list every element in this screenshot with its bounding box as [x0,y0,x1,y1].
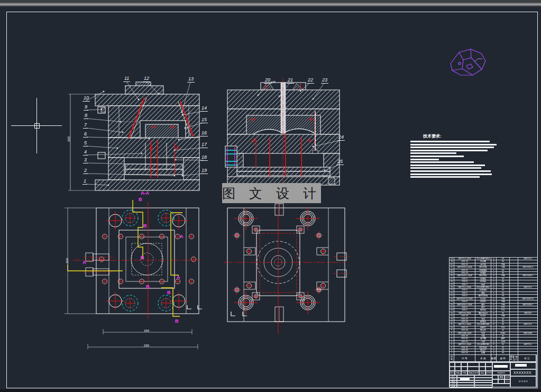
parts-row-19[interactable]: 19XXX-3拉料杆1T8A [450,300,537,303]
parts-row-3[interactable]: 3XXX-22定距拉板245 [450,346,537,349]
callout-20[interactable]: 20 [264,78,271,84]
parts-row-16[interactable]: 16XXX-1型腔板1P20 [450,308,537,311]
callout-8[interactable]: 8 [84,113,88,119]
parts-row-11[interactable]: 11GB/T70.1-2000内六角螺钉M8845GB/T70.1 [450,323,537,325]
parts-cell [510,332,518,334]
callout-5[interactable]: 5 [83,141,88,147]
parts-cell [510,286,518,288]
parts-cell: XXX-22 [454,347,475,349]
parts-cell: 滑块 [475,318,491,320]
callout-24[interactable]: 24 [337,135,345,141]
parts-row-18[interactable]: 18GB/T4169.1-2006推杆8T8AGB/T4169.1 [450,303,537,306]
parts-row-29[interactable]: 29XXX-10定模板145 [450,271,537,274]
parts-row-20[interactable]: 20GB/T4169.14-2006复位杆4T8AGB/T4169.14 [450,297,537,300]
parts-row-7[interactable]: 7XXX-19挡板245 [450,334,537,337]
callout-12[interactable]: 12 [143,76,150,82]
callout-19[interactable]: 19 [200,168,208,174]
parts-cell: GB/T119 [518,312,537,314]
parts-cell: 支承板 [475,280,491,282]
parts-row-33[interactable]: 33XXX-13定位圈145 [450,260,537,262]
callout-16[interactable]: 16 [200,131,208,136]
parts-cell: 45 [497,272,510,274]
parts-cell: 3 [450,347,454,349]
tech-line-12 [410,174,492,175]
parts-row-34[interactable]: 34GB/T70.1-2000内六角螺钉M10445GB/T70.1 [450,257,537,260]
parts-row-12[interactable]: 12XXX-16楔紧块245 [450,320,537,323]
callout-15[interactable]: 15 [200,117,208,123]
parts-cell: 2 [491,326,497,329]
parts-cell: 黄铜 [497,341,510,343]
callout-14[interactable]: 14 [200,106,208,112]
parts-cell: 8 [450,332,454,334]
callout-25[interactable]: 25 [336,159,344,165]
plan-view-fixed-half[interactable] [218,203,348,335]
role-label: 批准 [450,385,457,388]
parts-cell: 2 [491,315,497,317]
callout-1[interactable]: 1 [82,179,87,185]
callout-2[interactable]: 2 [83,168,88,174]
parts-row-26[interactable]: 26XXX-8支承板145 [450,280,537,282]
parts-cell: 型芯 [475,306,491,308]
parts-row-27[interactable]: 27XXX-9动模板145 [450,277,537,280]
parts-row-24[interactable]: 24GB/T70.1-2000内六角螺钉M12645GB/T70.1 [450,286,537,288]
parts-row-4[interactable]: 4GB/T70.1-2000内六角螺钉M6845GB/T70.1 [450,343,537,345]
plan-view-moving-half[interactable] [62,197,205,355]
callout-9[interactable]: 9 [84,105,88,111]
callout-22[interactable]: 22 [307,78,314,84]
callout-18[interactable]: 18 [200,155,208,161]
record-cell: 更改文件号 [467,371,479,375]
parts-row-25[interactable]: 25XXX-7垫块245 [450,283,537,286]
parts-row-5[interactable]: 5XXX-21水嘴4黄铜 [450,340,537,343]
parts-cell: T8A [497,300,510,303]
callout-21[interactable]: 21 [287,78,294,84]
parts-cell [510,298,518,300]
parts-row-31[interactable]: 31GB/T4169.4-2006带头导套4T8AGB/T4169.4 [450,266,537,268]
parts-row-32[interactable]: 32XXX-12浇口套1T8A [450,263,537,266]
parts-cell: 复位杆 [475,298,491,300]
parts-row-28[interactable]: 28GB/T4169.1-2006带头导柱4T8AGB/T4169.1 [450,274,537,277]
parts-row-6[interactable]: 6XXX-20密封圈4橡胶 [450,337,537,340]
callout-11[interactable]: 11 [123,76,130,82]
parts-cell: GB/T70.1 [518,343,537,345]
parts-row-14[interactable]: 14XXX-14斜导柱2T8A [450,314,537,317]
section-view-a-a[interactable] [66,74,217,198]
callout-4[interactable]: 4 [83,150,88,156]
parts-cell: XXX-2 [454,306,475,308]
watermark-text[interactable]: 图 文 设 计 [222,183,321,203]
parts-cell [510,321,518,323]
parts-row-2[interactable]: 2XXX-23限位钉445 [450,349,537,351]
parts-row-1[interactable]: 1XXX-24垫圈445 [450,351,537,354]
parts-row-21[interactable]: 21XXX-4推杆固定板145 [450,294,537,297]
title-bar-2 [460,378,470,380]
parts-cell: 橡胶 [497,338,510,340]
parts-row-17[interactable]: 17XXX-2型芯1P20 [450,306,537,308]
callout-3[interactable]: 3 [83,158,88,163]
callout-6[interactable]: 6 [83,132,88,138]
parts-cell: 1 [491,278,497,280]
parts-cell [518,300,537,303]
parts-row-23[interactable]: 23XXX-6动模座板145 [450,288,537,291]
section-view-sprue[interactable] [221,78,345,187]
parts-row-10[interactable]: 10XXX-17侧型芯2P20 [450,326,537,329]
callout-23[interactable]: 23 [321,78,328,84]
parts-row-30[interactable]: 30XXX-11定模座板145 [450,269,537,271]
top-toolbar-strip[interactable] [0,0,541,7]
callout-17[interactable]: 17 [200,142,208,148]
parts-row-9[interactable]: 9XXX-18限位块245 [450,329,537,331]
parts-row-8[interactable]: 8GB/T2089-2009弹簧465MnGB/T2089 [450,332,537,334]
callout-10[interactable]: 10 [82,96,90,102]
callout-7[interactable]: 7 [83,123,88,129]
parts-cell: 水嘴 [475,341,491,343]
parts-cell: 推杆 [475,304,491,306]
cutline-letter-A: A [177,275,180,280]
parts-row-13[interactable]: 13XXX-15滑块245 [450,317,537,320]
parts-cell: 9 [450,329,454,331]
parts-row-22[interactable]: 22XXX-5推板145 [450,291,537,294]
parts-row-15[interactable]: 15GB/T119-2000圆柱销φ10435GB/T119 [450,312,537,314]
parts-cell: 定位圈 [475,260,491,262]
parts-list-table[interactable]: 34GB/T70.1-2000内六角螺钉M10445GB/T70.133XXX-… [449,257,537,354]
parts-cell [510,329,518,331]
parts-cell: 6 [450,338,454,340]
title-block[interactable]: 标记处数分区更改文件号签名年月日设计校核审核工艺批准阶段标记重量比例1:1XXX… [449,362,537,387]
callout-13[interactable]: 13 [187,77,195,83]
